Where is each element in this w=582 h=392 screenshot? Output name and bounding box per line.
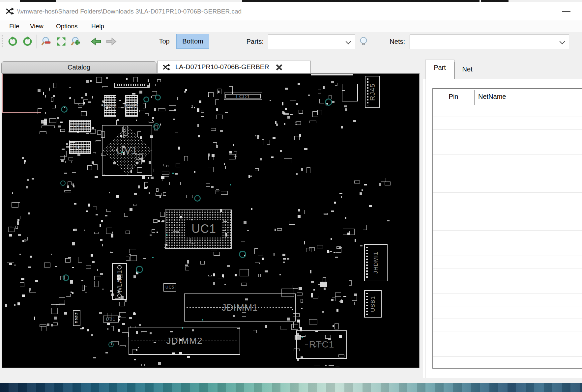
- minimize-button[interactable]: [560, 6, 572, 17]
- component-uv13[interactable]: UV13: [69, 141, 91, 154]
- fit-view-button[interactable]: [54, 34, 68, 49]
- top-side-toggle[interactable]: Top: [152, 34, 176, 49]
- smd-part: [92, 96, 93, 98]
- component-uv12[interactable]: UV12: [104, 95, 116, 117]
- smd-part: [201, 116, 204, 117]
- smd-part: [301, 299, 303, 303]
- smd-part: [222, 274, 224, 277]
- smd-part: [65, 161, 72, 163]
- zoom-out-button[interactable]: [39, 34, 53, 49]
- tab-close-icon[interactable]: [275, 63, 283, 71]
- component-uv1[interactable]: UV1: [102, 125, 152, 176]
- smd-part: [169, 105, 176, 110]
- smd-part: [150, 235, 152, 236]
- table-header-netname[interactable]: NetName: [474, 89, 582, 104]
- navigate-back-button[interactable]: [89, 34, 103, 49]
- board-view-canvas[interactable]: UV12UV15UV14UV13UV1LCD1RJ45UC1JHDMI1USB1…: [2, 73, 420, 368]
- component-jhdmi1[interactable]: JHDMI1: [364, 244, 388, 281]
- smd-part: [289, 221, 295, 224]
- nets-combobox[interactable]: [410, 35, 569, 49]
- component-hdd1[interactable]: HDD1: [73, 310, 80, 326]
- zoom-in-button[interactable]: [69, 34, 83, 49]
- parts-combobox[interactable]: [268, 35, 355, 49]
- smd-part: [30, 256, 32, 257]
- rotate-cw-button[interactable]: [21, 34, 35, 49]
- component-usb1[interactable]: USB1: [364, 290, 382, 318]
- smd-part: [283, 112, 285, 114]
- menu-file[interactable]: File: [9, 20, 19, 32]
- smd-part: [255, 168, 259, 171]
- smd-part: [19, 254, 21, 255]
- table-row: [433, 268, 582, 281]
- test-point: [172, 173, 174, 174]
- smd-part: [197, 124, 199, 127]
- table-header-pin[interactable]: Pin: [433, 89, 474, 104]
- menu-help[interactable]: Help: [91, 20, 104, 32]
- smd-part: [124, 213, 128, 217]
- smd-part: [265, 270, 268, 272]
- component-uc5[interactable]: UC5: [163, 283, 176, 292]
- smd-part: [93, 207, 97, 210]
- smd-part: [211, 128, 216, 131]
- pin-netname-table[interactable]: Pin NetName: [432, 88, 582, 369]
- component-db1[interactable]: DB1: [103, 316, 119, 322]
- smd-part: [241, 283, 247, 285]
- component-rj45[interactable]: RJ45: [365, 76, 380, 108]
- rotate-ccw-button[interactable]: [6, 34, 19, 49]
- smd-part: [107, 328, 108, 329]
- smd-part: [15, 265, 15, 266]
- smd-part: [126, 257, 130, 261]
- menu-options[interactable]: Options: [56, 20, 77, 32]
- component-wlan1[interactable]: WLAN1: [112, 263, 127, 300]
- smd-part: [59, 297, 66, 304]
- smd-part: [134, 359, 136, 360]
- component-jdimm2[interactable]: JDIMM2: [129, 327, 240, 355]
- component-label: JDIMM2: [129, 327, 240, 354]
- smd-part: [52, 105, 55, 108]
- smd-part: [284, 158, 292, 163]
- smd-part: [185, 89, 187, 91]
- highlight-bulb-button[interactable]: [357, 34, 370, 49]
- smd-part: [38, 89, 41, 92]
- table-row: [433, 306, 582, 319]
- smd-part: [187, 356, 190, 358]
- smd-part: [276, 124, 278, 126]
- smd-part: [35, 280, 38, 282]
- component-lcd1[interactable]: LCD1: [224, 93, 262, 100]
- smd-part: [107, 323, 110, 325]
- toolbar-drag-handle[interactable]: [2, 35, 3, 48]
- smd-part: [339, 193, 342, 194]
- component-jdimm1[interactable]: JDIMM1: [184, 294, 296, 322]
- component-uc1[interactable]: UC1: [165, 210, 232, 249]
- zoom-out-icon: [41, 36, 51, 47]
- smd-part: [84, 230, 85, 231]
- smd-part: [158, 108, 165, 111]
- menu-view[interactable]: View: [30, 20, 44, 32]
- tab-net[interactable]: Net: [454, 62, 480, 79]
- smd-part: [17, 302, 20, 305]
- smd-part: [60, 122, 63, 123]
- component-label: UC1: [185, 220, 222, 238]
- smd-part: [215, 99, 219, 105]
- smd-part: [273, 137, 275, 139]
- tab-part[interactable]: Part: [425, 60, 454, 79]
- component-uv14[interactable]: UV14: [69, 120, 91, 132]
- smd-part: [64, 173, 67, 174]
- tab-document[interactable]: LA-D071PR10-0706B-GERBER: [157, 61, 311, 73]
- component-uv15[interactable]: UV15: [125, 95, 138, 117]
- smd-part: [100, 239, 102, 241]
- smd-part: [213, 282, 216, 285]
- smd-part: [225, 112, 228, 113]
- navigate-forward-button[interactable]: [104, 34, 118, 49]
- component-rtc1[interactable]: RTC1: [296, 330, 347, 359]
- bottom-side-toggle[interactable]: Bottom: [176, 34, 209, 49]
- smd-part: [125, 300, 127, 302]
- smd-part: [166, 165, 168, 167]
- smd-part: [5, 304, 7, 307]
- smd-part: [34, 317, 35, 320]
- parts-label: Parts:: [231, 34, 264, 49]
- tab-catalog[interactable]: Catalog: [1, 61, 157, 73]
- smd-part: [335, 367, 339, 367]
- tab-document-label: LA-D071PR10-0706B-GERBER: [175, 63, 269, 71]
- smd-part: [251, 208, 252, 210]
